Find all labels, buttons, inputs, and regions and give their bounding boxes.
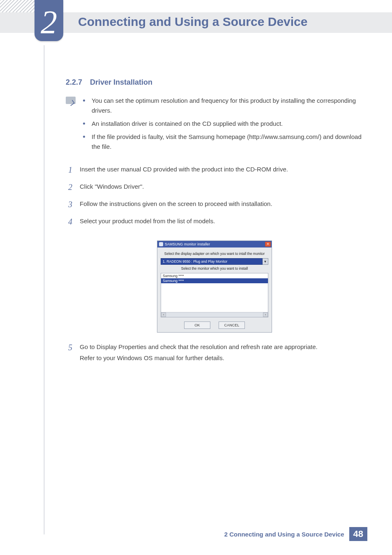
chapter-title: Connecting and Using a Source Device xyxy=(78,15,307,29)
step-item: 2 Click "Windows Driver". xyxy=(66,180,363,194)
note-text: You can set the optimum resolution and f… xyxy=(92,96,363,116)
list-empty-area xyxy=(161,283,268,312)
step-text-line1: Go to Display Properties and check that … xyxy=(80,343,318,350)
footer-text: 2 Connecting and Using a Source Device xyxy=(224,531,344,538)
section-number: 2.2.7 xyxy=(66,78,82,86)
bullet-dot-icon xyxy=(83,123,85,125)
ok-button[interactable]: OK xyxy=(184,321,210,329)
step-text: Insert the user manual CD provided with … xyxy=(80,162,363,177)
adapter-value: 1. RADEON 9550 : Plug and Play Monitor xyxy=(161,258,263,265)
note-block: You can set the optimum resolution and f… xyxy=(66,96,363,155)
step-number: 3 xyxy=(66,197,72,212)
bullet-dot-icon xyxy=(83,136,85,138)
scroll-right-button[interactable]: › xyxy=(263,312,268,317)
section-heading: 2.2.7 Driver Installation xyxy=(66,78,363,87)
close-button[interactable]: × xyxy=(265,242,271,247)
chevron-down-icon[interactable]: ▼ xyxy=(263,258,268,265)
step-item: 1 Insert the user manual CD provided wit… xyxy=(66,162,363,177)
list-item[interactable]: Samsung **** xyxy=(161,273,268,278)
note-text: If the file provided is faulty, visit th… xyxy=(92,132,363,152)
note-bullet: You can set the optimum resolution and f… xyxy=(83,96,363,116)
step-text-line2: Refer to your Windows OS manual for furt… xyxy=(80,354,224,361)
monitor-label: Select the monitor which you want to ins… xyxy=(161,266,268,271)
page-number-badge: 48 xyxy=(349,527,367,541)
note-bullets: You can set the optimum resolution and f… xyxy=(83,96,363,155)
horizontal-scrollbar[interactable]: ‹ › xyxy=(161,312,268,317)
dialog-titlebar: SAMSUNG monitor installer × xyxy=(157,241,272,247)
scroll-track[interactable] xyxy=(166,312,263,317)
chapter-badge: 2 xyxy=(35,0,63,41)
dialog-button-row: OK CANCEL xyxy=(161,321,268,329)
monitor-listbox[interactable]: Samsung **** Samsung **** ‹ › xyxy=(161,273,268,317)
adapter-dropdown[interactable]: 1. RADEON 9550 : Plug and Play Monitor ▼ xyxy=(161,258,268,265)
chapter-number: 2 xyxy=(41,6,57,39)
page: 2 Connecting and Using a Source Device 2… xyxy=(0,0,392,555)
note-icon xyxy=(66,97,76,104)
step-number: 4 xyxy=(66,214,72,229)
app-icon xyxy=(159,242,163,246)
content-area: 2.2.7 Driver Installation You can set th… xyxy=(66,78,363,366)
dialog-title: SAMSUNG monitor installer xyxy=(165,242,210,246)
note-bullet: An installation driver is contained on t… xyxy=(83,119,363,129)
note-bullet: If the file provided is faulty, visit th… xyxy=(83,132,363,152)
step-text: Go to Display Properties and check that … xyxy=(80,340,363,363)
list-item-selected[interactable]: Samsung **** xyxy=(161,278,268,283)
page-footer: 2 Connecting and Using a Source Device 4… xyxy=(0,527,392,541)
installer-figure: SAMSUNG monitor installer × Select the d… xyxy=(66,240,363,333)
step-text: Follow the instructions given on the scr… xyxy=(80,197,363,212)
bullet-dot-icon xyxy=(83,99,85,102)
scroll-left-button[interactable]: ‹ xyxy=(161,312,166,317)
installer-dialog: SAMSUNG monitor installer × Select the d… xyxy=(157,240,272,333)
dialog-body: Select the display adapter on which you … xyxy=(157,247,272,332)
step-number: 5 xyxy=(66,340,72,363)
step-item: 5 Go to Display Properties and check tha… xyxy=(66,340,363,363)
section-title: Driver Installation xyxy=(90,78,152,86)
left-vertical-rule xyxy=(44,45,45,534)
step-item: 3 Follow the instructions given on the s… xyxy=(66,197,363,212)
note-text: An installation driver is contained on t… xyxy=(92,119,363,129)
step-number: 1 xyxy=(66,162,72,177)
step-text: Select your product model from the list … xyxy=(80,214,363,229)
cancel-button[interactable]: CANCEL xyxy=(219,321,245,329)
steps-list-continued: 5 Go to Display Properties and check tha… xyxy=(66,340,363,363)
steps-list: 1 Insert the user manual CD provided wit… xyxy=(66,162,363,229)
step-item: 4 Select your product model from the lis… xyxy=(66,214,363,229)
adapter-label: Select the display adapter on which you … xyxy=(161,252,268,256)
step-text: Click "Windows Driver". xyxy=(80,180,363,194)
titlebar-left: SAMSUNG monitor installer xyxy=(159,242,210,246)
step-number: 2 xyxy=(66,180,72,194)
